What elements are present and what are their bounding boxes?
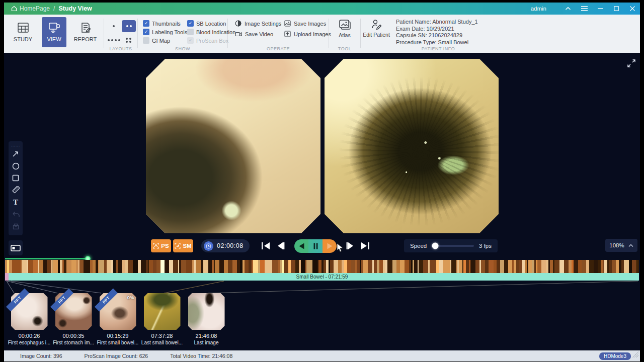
- timeline-tissue-bar[interactable]: [5, 260, 639, 273]
- app-window: HomePage / Study View admin: [4, 3, 640, 359]
- ps-button[interactable]: PS: [151, 239, 171, 252]
- save-images-button[interactable]: Save Images: [284, 20, 334, 27]
- checkbox-box[interactable]: [143, 37, 149, 44]
- circle-tool-icon: [12, 162, 20, 170]
- thumbnail-caption: First small bowel...: [97, 340, 139, 345]
- step-forward-icon: [346, 242, 354, 250]
- undo-icon: [12, 211, 20, 218]
- checkbox-sb-location[interactable]: ✓SB Location: [187, 19, 230, 28]
- ruler-tool-button[interactable]: [11, 185, 21, 195]
- sm-button[interactable]: SM: [173, 239, 193, 252]
- resize-grip[interactable]: [632, 351, 638, 357]
- skip-to-start-button[interactable]: [258, 242, 273, 250]
- upload-images-label: Upload Images: [294, 31, 331, 37]
- ruler-tool-icon: [12, 186, 20, 194]
- toolbar-drag-handle[interactable]: ::::::: [11, 144, 20, 147]
- timeline-segment-bar[interactable]: Small Bowel - 07:21:59: [5, 273, 639, 281]
- close-button[interactable]: [625, 3, 640, 15]
- thumbnail-image[interactable]: [144, 293, 181, 330]
- thumbnail-item[interactable]: RPT 00:00:35 First stomach im...: [51, 293, 96, 345]
- endoscopy-image-left[interactable]: [146, 59, 320, 233]
- thumbnail-item[interactable]: 07:37:28 Last small bowel...: [140, 293, 184, 345]
- speed-label: Speed: [410, 243, 427, 249]
- breadcrumb-home-label[interactable]: HomePage: [20, 5, 50, 12]
- thumbnail-item[interactable]: 21:46:08 Last image: [184, 293, 228, 345]
- maximize-button[interactable]: [609, 3, 624, 15]
- layout-single-button[interactable]: [107, 20, 120, 33]
- collapse-ribbon-button[interactable]: [560, 3, 576, 15]
- speed-slider[interactable]: [432, 245, 474, 247]
- home-breadcrumb[interactable]: HomePage: [11, 5, 50, 12]
- elapsed-time-display: 02:00:08: [201, 239, 250, 252]
- thumbnail-time: 21:46:08: [196, 333, 217, 339]
- save-video-icon: [235, 31, 242, 37]
- thumbnail-image[interactable]: [188, 293, 225, 330]
- layout-quad-row-button[interactable]: [107, 34, 120, 47]
- checkbox-box[interactable]: ✓: [143, 29, 149, 35]
- thumbnail-item[interactable]: RPT 0% 00:15:29 First small bowel...: [96, 293, 140, 345]
- speed-value: 3 fps: [479, 243, 492, 249]
- zoom-level-control[interactable]: 108%: [605, 239, 637, 252]
- checkbox-blood-indication[interactable]: Blood Indication: [187, 28, 230, 36]
- breadcrumb-current-label: Study View: [58, 5, 92, 12]
- circle-tool-button[interactable]: [11, 161, 21, 171]
- save-images-label: Save Images: [294, 21, 326, 27]
- undo-tool-button[interactable]: [11, 209, 21, 219]
- atlas-icon: [338, 19, 351, 31]
- chevron-up-icon: [628, 244, 633, 247]
- thumbnail-caption: Last image: [194, 340, 219, 345]
- rectangle-tool-button[interactable]: [11, 173, 21, 183]
- hd-mode-badge[interactable]: HDMode3: [599, 352, 631, 360]
- checkbox-box[interactable]: ✓: [187, 37, 194, 44]
- timeline-stomach-segment[interactable]: [5, 273, 9, 281]
- endoscopy-image-right[interactable]: [325, 59, 499, 233]
- skip-to-end-button[interactable]: [358, 242, 373, 250]
- checkbox-gi-map[interactable]: GI Map: [143, 36, 187, 45]
- breadcrumb-separator: /: [53, 5, 55, 12]
- atlas-button[interactable]: Atlas: [329, 19, 360, 38]
- tab-report[interactable]: REPORT: [73, 17, 98, 47]
- pause-button[interactable]: [308, 239, 323, 253]
- viewer-area: :::::: T: [4, 53, 640, 350]
- checkbox-box[interactable]: ✓: [143, 20, 149, 27]
- label-panel-button[interactable]: [9, 240, 23, 255]
- tab-report-label: REPORT: [74, 36, 97, 42]
- image-settings-button[interactable]: Image Settings: [235, 20, 284, 27]
- text-tool-button[interactable]: T: [11, 197, 21, 207]
- image-count: Image Count: 396: [20, 353, 62, 359]
- speed-slider-knob[interactable]: [432, 243, 438, 249]
- checkbox-label: SB Location: [196, 21, 226, 27]
- play-forward-button[interactable]: [323, 239, 337, 253]
- view-projector-icon: [48, 22, 61, 33]
- checkbox-thumbnails[interactable]: ✓Thumbnails: [143, 19, 187, 28]
- tab-view[interactable]: VIEW: [42, 17, 66, 47]
- play-backward-button[interactable]: [294, 239, 308, 253]
- checkbox-box[interactable]: ✓: [187, 20, 194, 27]
- layouts-group-label: LAYOUTS: [104, 46, 137, 51]
- upload-images-button[interactable]: Upload Images: [284, 31, 334, 37]
- proscan-image-count: ProScan Image Count: 626: [84, 353, 148, 359]
- checkbox-proscan-box[interactable]: ✓ProScan Box: [187, 36, 230, 45]
- minimize-button[interactable]: [593, 3, 608, 15]
- layout-dual-button[interactable]: [122, 20, 136, 32]
- operate-group: Image Settings Save Images Save Video Up…: [228, 15, 329, 53]
- checkbox-label: Labeling Tools: [152, 29, 187, 35]
- user-label[interactable]: admin: [531, 6, 546, 12]
- edit-patient-button[interactable]: Edit Patient: [361, 19, 392, 38]
- breadcrumb: HomePage / Study View: [4, 5, 92, 12]
- checkbox-box[interactable]: [187, 29, 194, 35]
- menu-button[interactable]: [577, 3, 592, 15]
- save-annotation-button[interactable]: [11, 221, 21, 231]
- layouts-group: LAYOUTS: [104, 15, 137, 53]
- timeline-segment-label: Small Bowel - 07:21:59: [296, 274, 348, 280]
- save-video-button[interactable]: Save Video: [235, 31, 284, 37]
- thumbnail-time: 07:37:28: [151, 333, 173, 339]
- layout-quad-grid-button[interactable]: [121, 34, 136, 47]
- thumbnail-item[interactable]: RPT 00:00:26 First esophagus i...: [7, 293, 51, 345]
- arrow-tool-button[interactable]: [11, 149, 21, 159]
- checkbox-labeling-tools[interactable]: ✓Labeling Tools: [143, 28, 187, 36]
- step-back-button[interactable]: [273, 242, 288, 250]
- tab-study[interactable]: STUDY: [11, 17, 35, 47]
- step-forward-button[interactable]: [343, 242, 358, 250]
- fullscreen-button[interactable]: [627, 59, 637, 69]
